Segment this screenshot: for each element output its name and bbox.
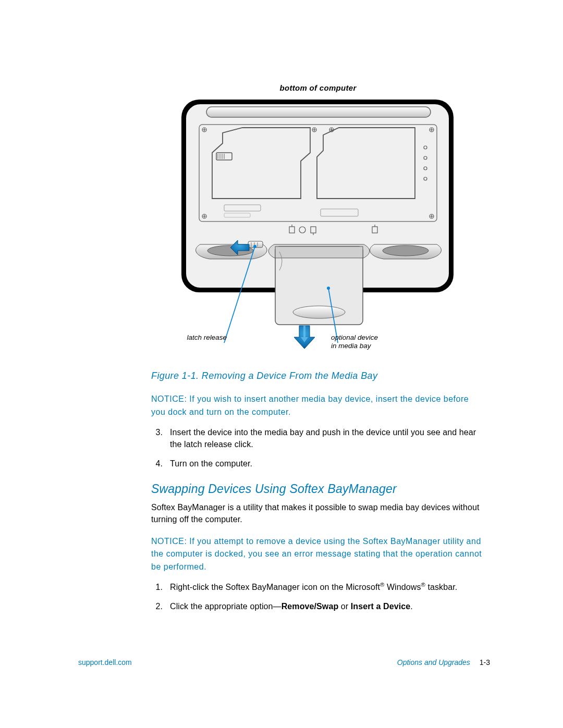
svg-point-39 (253, 245, 256, 248)
step-b1: 1.Right-click the Softex BayManager icon… (151, 581, 485, 593)
step-3: 3.Insert the device into the media bay a… (151, 426, 485, 450)
svg-point-41 (327, 287, 330, 290)
footer-page-number: 1-3 (480, 658, 490, 667)
steps-list-a: 3.Insert the device into the media bay a… (151, 426, 485, 470)
svg-rect-36 (275, 246, 363, 258)
svg-rect-2 (206, 107, 431, 117)
section-heading-softex: Swapping Devices Using Softex BayManager (151, 482, 485, 496)
svg-point-37 (293, 306, 345, 318)
document-page: bottom of computer (0, 0, 563, 728)
page-footer: support.dell.com Options and Upgrades 1-… (78, 658, 490, 667)
step-4: 4.Turn on the computer. (151, 458, 485, 470)
footer-section: Options and Upgrades (397, 658, 470, 667)
content-area: bottom of computer (151, 83, 485, 625)
intro-paragraph: Softex BayManager is a utility that make… (151, 501, 485, 525)
media-bay-device (275, 246, 363, 325)
step-b2: 2.Click the appropriate option—Remove/Sw… (151, 600, 485, 612)
notice-insert-before-dock: NOTICE: If you wish to insert another me… (151, 393, 485, 419)
svg-point-30 (383, 245, 429, 256)
callout-latch-release: latch release (164, 334, 227, 342)
footer-url: support.dell.com (78, 658, 132, 667)
notice-docked-error: NOTICE: If you attempt to remove a devic… (151, 535, 485, 574)
figure-block: bottom of computer (172, 83, 464, 356)
steps-list-b: 1.Right-click the Softex BayManager icon… (151, 581, 485, 612)
figure-caption: Figure 1-1. Removing a Device From the M… (151, 371, 485, 381)
callout-optional-device: optional device in media bay (331, 334, 404, 350)
computer-bottom-illustration (172, 95, 464, 356)
figure-top-label: bottom of computer (172, 83, 464, 92)
footer-right: Options and Upgrades 1-3 (397, 658, 490, 667)
arrow-down-icon (294, 326, 315, 349)
